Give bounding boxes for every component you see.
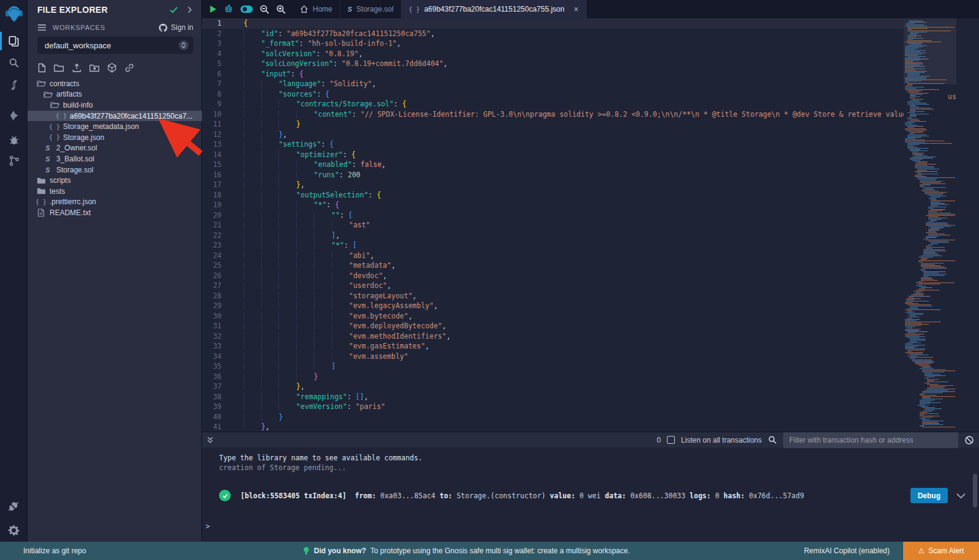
code-line[interactable]: 31 "evm.deployedBytecode", bbox=[202, 321, 904, 331]
hamburger-menu-icon[interactable] bbox=[37, 24, 47, 31]
code-line[interactable]: 17 }, bbox=[202, 180, 904, 190]
minimap[interactable] bbox=[904, 18, 956, 432]
code-line[interactable]: 24 "abi", bbox=[202, 251, 904, 261]
code-line[interactable]: 23 "*": [ bbox=[202, 240, 904, 251]
select-updown-icon bbox=[179, 40, 188, 50]
code-line[interactable]: 5 "solcLongVersion": "0.8.19+commit.7dd6… bbox=[202, 59, 904, 69]
code-line[interactable]: 3 "_format": "hh-sol-build-info-1", bbox=[202, 39, 904, 49]
create-workspace-cube-icon[interactable] bbox=[107, 63, 117, 73]
tree-item[interactable]: build-info bbox=[28, 100, 202, 111]
close-tab-icon[interactable]: × bbox=[573, 5, 578, 13]
upload-folder-icon[interactable] bbox=[89, 63, 100, 73]
code-line[interactable]: 16 "runs": 200 bbox=[202, 170, 904, 180]
sign-in-button[interactable]: Sign in bbox=[158, 23, 193, 32]
code-line[interactable]: 20 "": [ bbox=[202, 210, 904, 221]
code-line[interactable]: 28 "storageLayout", bbox=[202, 291, 904, 301]
tab-storage-sol[interactable]: S Storage.sol bbox=[340, 0, 401, 18]
code-line[interactable]: 21 "ast" bbox=[202, 220, 904, 230]
code-line[interactable]: 9 "contracts/Storage.sol": { bbox=[202, 99, 904, 109]
debugger-icon[interactable] bbox=[0, 130, 28, 150]
tree-item[interactable]: { }.prettierrc.json bbox=[28, 197, 202, 208]
code-line[interactable]: 6 "input": { bbox=[202, 69, 904, 79]
code-line[interactable]: 35 ] bbox=[202, 361, 904, 372]
tree-item[interactable]: artifacts bbox=[28, 89, 202, 100]
remix-logo-icon[interactable] bbox=[0, 4, 28, 24]
tree-item[interactable]: README.txt bbox=[28, 207, 202, 218]
tree-item[interactable]: S2_Owner.sol bbox=[28, 143, 202, 154]
code-line[interactable]: 40 } bbox=[202, 412, 904, 422]
zoom-in-icon[interactable] bbox=[276, 4, 286, 15]
terminal-prompt[interactable]: > bbox=[206, 522, 210, 531]
code-line[interactable]: 22 ], bbox=[202, 230, 904, 241]
transaction-filter-input[interactable] bbox=[783, 432, 958, 448]
code-line[interactable]: 41 }, bbox=[202, 422, 904, 432]
deploy-and-run-icon[interactable] bbox=[0, 105, 28, 126]
code-line[interactable]: 32 "evm.methodIdentifiers", bbox=[202, 331, 904, 342]
git-icon[interactable] bbox=[0, 150, 28, 171]
solidity-compiler-icon[interactable] bbox=[0, 75, 28, 95]
file-explorer-icon[interactable] bbox=[0, 31, 28, 51]
code-line[interactable]: 25 "metadata", bbox=[202, 260, 904, 271]
zoom-out-icon[interactable] bbox=[259, 4, 270, 15]
tree-item[interactable]: contracts bbox=[28, 78, 202, 89]
file-explorer-toolbar bbox=[37, 63, 135, 73]
tree-item[interactable]: S3_Ballot.sol bbox=[28, 153, 202, 164]
collapse-terminal-icon[interactable] bbox=[206, 436, 214, 444]
code-line[interactable]: 38 "remappings": [], bbox=[202, 392, 904, 402]
code-line[interactable]: 7 "language": "Solidity", bbox=[202, 79, 904, 89]
code-line[interactable]: 14 "optimizer": { bbox=[202, 150, 904, 160]
code-editor[interactable]: 1{2 "id": "a69b43f277ba20fcac141151250ca… bbox=[202, 18, 904, 432]
scam-alert-button[interactable]: ⚠ Scam Alert bbox=[903, 542, 979, 560]
copilot-status[interactable]: RemixAI Copilot (enabled) bbox=[804, 547, 890, 555]
code-line[interactable]: 19 "*": { bbox=[202, 200, 904, 210]
tree-item[interactable]: { }Storage.json bbox=[28, 132, 202, 143]
new-folder-icon[interactable] bbox=[54, 63, 64, 73]
transaction-log-row[interactable]: [block:5583405 txIndex:4] from: 0xa03...… bbox=[219, 488, 966, 503]
link-icon[interactable] bbox=[124, 63, 135, 73]
tab-home[interactable]: Home bbox=[292, 0, 340, 18]
code-line[interactable]: 13 "settings": { bbox=[202, 139, 904, 150]
code-line[interactable]: 4 "solcVersion": "0.8.19", bbox=[202, 49, 904, 59]
code-line[interactable]: 33 "evm.gasEstimates", bbox=[202, 341, 904, 352]
git-init-status[interactable]: Initialize as git repo bbox=[23, 547, 86, 555]
listen-all-transactions-checkbox[interactable] bbox=[667, 436, 675, 444]
plugin-manager-icon[interactable] bbox=[0, 495, 28, 516]
tab-build-info-json[interactable]: { } a69b43f277ba20fcac141151250ca755.jso… bbox=[401, 0, 587, 18]
code-line[interactable]: 15 "enabled": false, bbox=[202, 160, 904, 170]
tree-item[interactable]: tests bbox=[28, 186, 202, 197]
tree-item[interactable]: { }Storage_metadata.json bbox=[28, 121, 202, 132]
clear-console-icon[interactable] bbox=[964, 435, 974, 445]
code-line[interactable]: 27 "userdoc", bbox=[202, 281, 904, 291]
code-line[interactable]: 2 "id": "a69b43f277ba20fcac141151250ca75… bbox=[202, 29, 904, 39]
run-script-icon[interactable] bbox=[209, 5, 217, 13]
workspace-select[interactable]: default_workspace bbox=[37, 37, 193, 54]
code-line[interactable]: 39 "evmVersion": "paris" bbox=[202, 402, 904, 412]
new-file-icon[interactable] bbox=[37, 63, 47, 73]
copilot-toggle-icon[interactable] bbox=[240, 5, 253, 13]
code-line[interactable]: 30 "evm.bytecode", bbox=[202, 311, 904, 322]
upload-file-icon[interactable] bbox=[72, 63, 82, 73]
tree-item[interactable]: SStorage.sol bbox=[28, 164, 202, 175]
terminal-output[interactable]: Type the library name to see available c… bbox=[202, 448, 979, 542]
tree-item[interactable]: scripts bbox=[28, 175, 202, 186]
code-line[interactable]: 37 }, bbox=[202, 381, 904, 392]
code-line[interactable]: 36 } bbox=[202, 372, 904, 382]
code-line[interactable]: 11 } bbox=[202, 119, 904, 130]
code-line[interactable]: 12 }, bbox=[202, 130, 904, 140]
code-line[interactable]: 10 "content": "// SPDX-License-Identifie… bbox=[202, 109, 904, 120]
code-line[interactable]: 34 "evm.assembly" bbox=[202, 352, 904, 362]
code-line[interactable]: 29 "evm.legacyAssembly", bbox=[202, 301, 904, 311]
scrollbar-thumb[interactable] bbox=[973, 474, 977, 507]
home-icon bbox=[300, 5, 308, 13]
code-line[interactable]: 26 "devdoc", bbox=[202, 271, 904, 281]
settings-gear-icon[interactable] bbox=[0, 520, 28, 540]
code-line[interactable]: 1{ bbox=[202, 18, 904, 29]
search-icon[interactable] bbox=[0, 53, 28, 73]
code-line[interactable]: 8 "sources": { bbox=[202, 89, 904, 100]
code-line[interactable]: 18 "outputSelection": { bbox=[202, 190, 904, 201]
chevron-right-icon[interactable] bbox=[186, 6, 193, 13]
ai-robot-icon[interactable] bbox=[223, 4, 234, 14]
expand-tx-chevron-icon[interactable] bbox=[956, 493, 966, 499]
tree-item[interactable]: { }a69b43f277ba20fcac141151250ca7... bbox=[28, 111, 202, 122]
debug-button[interactable]: Debug bbox=[910, 488, 948, 503]
